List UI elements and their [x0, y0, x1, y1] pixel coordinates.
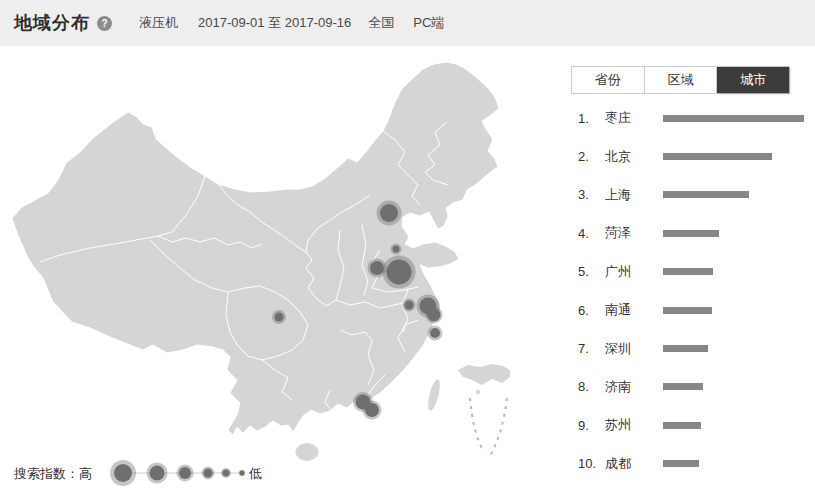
rank-number: 5. — [578, 264, 605, 279]
city-name: 北京 — [605, 148, 663, 166]
city-name: 南通 — [605, 301, 663, 319]
region-distribution-page: 地域分布 ? 液压机 2017-09-01 至 2017-09-16 全国 PC… — [0, 0, 815, 501]
tab-region[interactable]: 区域 — [645, 67, 718, 93]
rank-row[interactable]: 3.上海 — [578, 176, 810, 214]
south-china-sea-inset — [458, 364, 510, 458]
city-name: 济南 — [605, 378, 663, 396]
rank-bar — [663, 422, 701, 429]
map-bubble[interactable] — [370, 261, 384, 275]
legend-circles — [110, 460, 245, 486]
date-range-label: 2017-09-01 至 2017-09-16 — [198, 14, 351, 32]
device-label: PC端 — [413, 14, 444, 32]
rank-number: 9. — [578, 418, 605, 433]
map-bubble[interactable] — [428, 309, 441, 322]
header: 地域分布 ? 液压机 2017-09-01 至 2017-09-16 全国 PC… — [0, 0, 815, 46]
rank-row[interactable]: 7.深圳 — [578, 329, 810, 367]
tab-city[interactable]: 城市 — [717, 67, 789, 93]
rank-number: 1. — [578, 111, 605, 126]
map-bubble[interactable] — [365, 403, 379, 417]
rank-number: 4. — [578, 226, 605, 241]
page-title: 地域分布 — [14, 11, 90, 35]
taiwan-island — [426, 378, 442, 411]
map-bubble[interactable] — [275, 313, 284, 322]
city-name: 广州 — [605, 263, 663, 281]
city-name: 上海 — [605, 186, 663, 204]
rank-row[interactable]: 5.广州 — [578, 253, 810, 291]
rank-bar — [663, 307, 712, 314]
city-name: 枣庄 — [605, 109, 663, 127]
rank-bar — [663, 191, 749, 198]
keyword-label: 液压机 — [139, 14, 178, 32]
map-bubble[interactable] — [387, 260, 412, 285]
china-mainland-shape — [12, 62, 499, 435]
china-map: 搜索指数：高 低 — [0, 46, 565, 501]
legend-low-label: 低 — [248, 466, 262, 481]
rank-number: 8. — [578, 379, 605, 394]
rank-row[interactable]: 1.枣庄 — [578, 99, 810, 137]
map-size-legend: 搜索指数：高 低 — [13, 460, 262, 486]
rank-row[interactable]: 8.济南 — [578, 368, 810, 406]
legend-high-label: 搜索指数：高 — [13, 466, 92, 481]
rank-row[interactable]: 2.北京 — [578, 137, 810, 175]
rank-bar — [663, 153, 772, 160]
map-bubble[interactable] — [380, 204, 398, 222]
help-icon[interactable]: ? — [97, 16, 112, 31]
map-bubble[interactable] — [405, 301, 414, 310]
rank-number: 10. — [578, 456, 605, 471]
rank-number: 7. — [578, 341, 605, 356]
rank-bar — [663, 268, 713, 275]
rank-bar — [663, 345, 708, 352]
rank-number: 6. — [578, 303, 605, 318]
rank-number: 2. — [578, 149, 605, 164]
city-name: 苏州 — [605, 416, 663, 434]
city-name: 菏泽 — [605, 224, 663, 242]
city-name: 深圳 — [605, 340, 663, 358]
granularity-tabs: 省份 区域 城市 — [571, 66, 790, 94]
rank-bar — [663, 383, 703, 390]
rank-row[interactable]: 4.菏泽 — [578, 214, 810, 252]
rank-number: 3. — [578, 187, 605, 202]
rank-bar — [663, 230, 719, 237]
rank-bar — [663, 115, 804, 122]
rank-row[interactable]: 6.南通 — [578, 291, 810, 329]
rank-row[interactable]: 9.苏州 — [578, 406, 810, 444]
rank-row[interactable]: 10.成都 — [578, 445, 810, 483]
city-name: 成都 — [605, 455, 663, 473]
city-ranking-list: 1.枣庄 2.北京 3.上海 4.菏泽 5.广州 6.南通 7.深圳 8.济南 … — [578, 99, 810, 483]
map-bubble[interactable] — [430, 328, 440, 338]
rank-bar — [663, 460, 699, 467]
map-bubble[interactable] — [393, 246, 400, 253]
scope-label: 全国 — [368, 14, 394, 32]
hainan-island — [296, 443, 319, 461]
tab-province[interactable]: 省份 — [572, 67, 645, 93]
